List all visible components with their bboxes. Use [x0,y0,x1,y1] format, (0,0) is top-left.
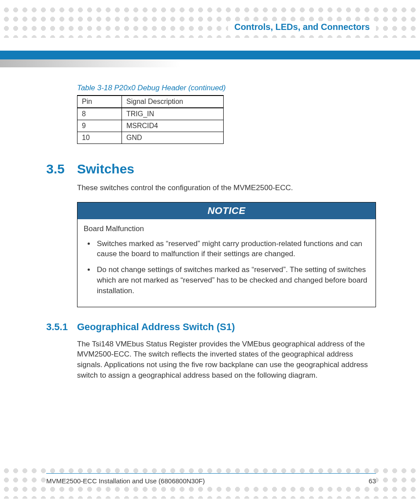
debug-header-table: Pin Signal Description 8 TRIG_IN 9 MSRCI… [77,95,224,144]
cell-signal: GND [122,132,224,144]
header-bar [0,51,420,59]
notice-item: Do not change settings of switches marke… [95,265,369,296]
cell-pin: 8 [77,108,122,120]
footer-doc-title: MVME2500-ECC Installation and Use (68068… [46,477,205,485]
notice-box: NOTICE Board Malfunction Switches marked… [77,202,376,307]
table-header-row: Pin Signal Description [77,96,224,108]
table-row: 8 TRIG_IN [77,108,224,120]
cell-signal: TRIG_IN [122,108,224,120]
section-number: 3.5 [46,162,77,177]
table-row: 9 MSRCID4 [77,120,224,132]
chapter-title: Controls, LEDs, and Connectors [228,21,376,33]
section-title: Switches [77,162,134,177]
header-bar-shadow [0,59,181,67]
page-footer: MVME2500-ECC Installation and Use (68068… [46,473,376,485]
table-caption: Table 3-18 P20x0 Debug Header (continued… [77,84,376,92]
subsection-body: The Tsi148 VMEbus Status Register provid… [77,339,376,381]
notice-item: Switches marked as “reserved” might carr… [95,239,369,260]
section-intro: These switches control the configuration… [77,183,376,193]
cell-pin: 9 [77,120,122,132]
subsection-number: 3.5.1 [46,321,77,333]
table-header-signal: Signal Description [122,96,224,108]
table-header-pin: Pin [77,96,122,108]
table-row: 10 GND [77,132,224,144]
notice-label: NOTICE [77,202,376,219]
footer-page-number: 63 [368,477,376,485]
cell-pin: 10 [77,132,122,144]
cell-signal: MSRCID4 [122,120,224,132]
subsection-title: Geographical Address Switch (S1) [77,321,235,333]
notice-subtitle: Board Malfunction [84,224,369,234]
